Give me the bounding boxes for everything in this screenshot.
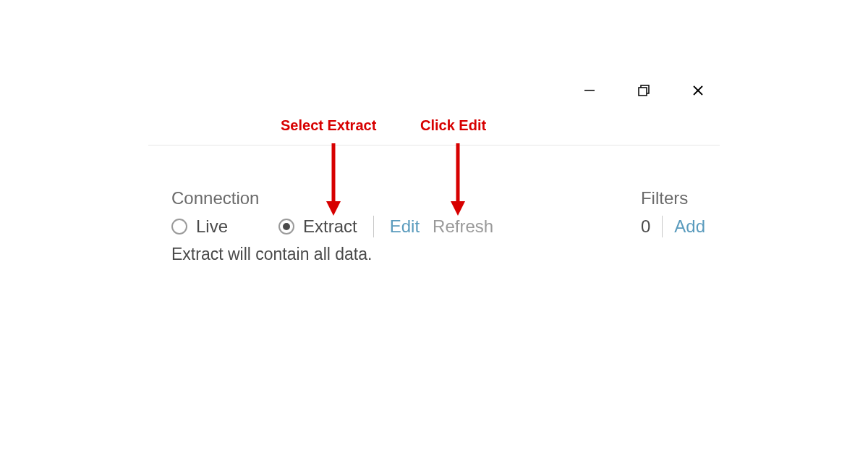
live-radio-group[interactable]: Live (171, 216, 228, 237)
minimize-button[interactable] (582, 83, 597, 98)
vertical-separator (662, 216, 663, 237)
filters-block: Filters 0 Add (641, 188, 705, 237)
radio-unselected-icon[interactable] (171, 219, 187, 235)
extract-status-text: Extract will contain all data. (171, 245, 705, 264)
extract-radio-group[interactable]: Extract (278, 216, 357, 237)
connection-header: Connection (171, 188, 705, 208)
maximize-button[interactable] (637, 83, 651, 98)
add-filter-link[interactable]: Add (674, 216, 705, 237)
edit-link[interactable]: Edit (390, 216, 420, 237)
connection-options-row: Live Extract Edit Refresh (171, 216, 705, 237)
divider (148, 145, 720, 145)
filters-header: Filters (641, 188, 705, 208)
svg-rect-2 (639, 88, 647, 96)
live-radio-label: Live (196, 216, 228, 237)
refresh-action: Refresh (433, 216, 493, 237)
annotation-select-extract: Select Extract (281, 117, 376, 134)
vertical-separator (373, 216, 374, 237)
filters-row: 0 Add (641, 216, 705, 237)
filter-count: 0 (641, 216, 650, 237)
extract-radio-label: Extract (303, 216, 357, 237)
annotation-click-edit: Click Edit (420, 117, 486, 134)
connection-block: Connection Live Extract Edit Refresh (171, 188, 705, 237)
window-controls (582, 83, 705, 98)
close-button[interactable] (691, 83, 705, 98)
radio-selected-icon[interactable] (278, 219, 294, 235)
connection-panel: Connection Live Extract Edit Refresh Fil… (171, 188, 705, 264)
